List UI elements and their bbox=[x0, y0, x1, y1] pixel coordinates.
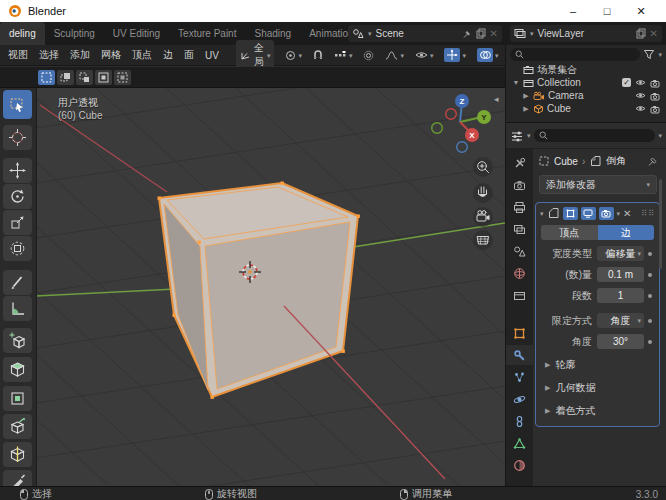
tab-world[interactable] bbox=[506, 263, 533, 283]
toggle-editmode-display[interactable] bbox=[563, 207, 578, 220]
menu-vertex[interactable]: 顶点 bbox=[132, 48, 152, 62]
tab-object[interactable] bbox=[506, 323, 533, 343]
proportional-editing-toggle[interactable] bbox=[363, 50, 374, 61]
animate-dot[interactable] bbox=[644, 340, 656, 344]
hide-eye-icon[interactable] bbox=[635, 78, 646, 87]
select-mode-intersect-button[interactable] bbox=[114, 70, 131, 85]
tab-physics[interactable] bbox=[506, 389, 533, 409]
workspace-tab-uv-editing[interactable]: UV Editing bbox=[104, 22, 169, 45]
remove-modifier-icon[interactable]: ✕ bbox=[623, 208, 631, 219]
overlays-toggle[interactable]: ▾ bbox=[477, 48, 499, 62]
properties-scrollbar[interactable] bbox=[659, 179, 662, 269]
sidebar-collapse-arrow-icon[interactable]: ◂ bbox=[494, 94, 499, 104]
angle-field[interactable]: 30° bbox=[597, 334, 644, 349]
properties-search-input[interactable] bbox=[534, 129, 656, 142]
width-type-dropdown[interactable]: 偏移量 ▾ bbox=[597, 246, 644, 261]
workspace-tab-modeling[interactable]: deling bbox=[0, 22, 45, 45]
animate-dot[interactable] bbox=[644, 294, 656, 298]
menu-face[interactable]: 面 bbox=[184, 48, 194, 62]
tool-cursor[interactable] bbox=[3, 125, 32, 150]
amount-field[interactable]: 0.1 m bbox=[597, 267, 644, 282]
pin-id-icon[interactable] bbox=[647, 156, 658, 167]
pivot-point-dropdown[interactable]: ▾ bbox=[285, 50, 302, 61]
snap-target-dropdown[interactable]: ▾ bbox=[334, 50, 353, 61]
filter-icon[interactable] bbox=[643, 49, 655, 60]
perspective-ortho-button[interactable] bbox=[473, 230, 493, 250]
tool-loop-cut[interactable] bbox=[3, 442, 32, 467]
outliner-search-input[interactable] bbox=[510, 48, 640, 61]
remove-view-layer-icon[interactable]: ✕ bbox=[650, 28, 658, 39]
animate-dot[interactable] bbox=[644, 319, 656, 323]
axis-neg-y-ball[interactable] bbox=[432, 123, 443, 134]
section-geometry[interactable]: ▶ 几何数据 bbox=[545, 381, 659, 395]
tool-inset-faces[interactable] bbox=[3, 386, 32, 411]
pin-icon[interactable] bbox=[462, 29, 472, 39]
tab-render[interactable] bbox=[506, 175, 533, 195]
tool-rotate[interactable] bbox=[3, 184, 32, 209]
view-layer-selector[interactable]: ▾ ViewLayer ✕ bbox=[510, 25, 662, 42]
maximize-button-icon[interactable]: □ bbox=[590, 0, 624, 22]
menu-select[interactable]: 选择 bbox=[39, 48, 59, 62]
animate-dot[interactable] bbox=[644, 273, 656, 277]
hide-eye-icon[interactable] bbox=[635, 104, 646, 113]
breadcrumb-object[interactable]: Cube bbox=[554, 156, 578, 167]
select-mode-extend-button[interactable] bbox=[57, 70, 74, 85]
editor-type-button[interactable] bbox=[510, 130, 524, 142]
outliner-row-scene-collection[interactable]: 场景集合 bbox=[506, 63, 666, 76]
transform-orientation-dropdown[interactable]: 全局 ▾ bbox=[236, 40, 275, 70]
affect-vertices-button[interactable]: 顶点 bbox=[541, 225, 598, 240]
toggle-realtime-display[interactable] bbox=[581, 207, 596, 220]
tab-tool[interactable] bbox=[506, 153, 533, 173]
gizmos-toggle[interactable]: ▾ bbox=[444, 48, 466, 62]
filter-options-icon[interactable]: ▾ bbox=[658, 132, 662, 139]
toggle-render-display[interactable] bbox=[599, 207, 614, 220]
tool-measure[interactable] bbox=[3, 296, 32, 321]
zoom-button[interactable] bbox=[473, 157, 493, 177]
collection-checkbox[interactable]: ✓ bbox=[622, 78, 631, 87]
outliner-row-collection[interactable]: ▼ Collection ✓ bbox=[506, 76, 666, 89]
collapse-triangle-icon[interactable]: ▶ bbox=[522, 105, 530, 113]
tool-extrude-region[interactable] bbox=[3, 357, 32, 382]
tab-material[interactable] bbox=[506, 455, 533, 475]
tab-modifiers[interactable] bbox=[506, 345, 533, 365]
scene-selector[interactable]: ▾ Scene ✕ bbox=[348, 25, 502, 42]
menu-add[interactable]: 添加 bbox=[70, 48, 90, 62]
outliner-row-cube[interactable]: ▶ Cube bbox=[506, 102, 666, 115]
snap-toggle[interactable] bbox=[313, 50, 323, 61]
tab-constraints[interactable] bbox=[506, 411, 533, 431]
select-mode-new-button[interactable] bbox=[38, 70, 55, 85]
tool-transform[interactable] bbox=[3, 236, 32, 261]
show-gizmo-dropdown[interactable]: ▾ bbox=[415, 50, 434, 60]
affect-edges-button[interactable]: 边 bbox=[598, 225, 655, 240]
add-modifier-button[interactable]: 添加修改器 ▾ bbox=[539, 175, 657, 194]
close-button-icon[interactable]: ✕ bbox=[624, 0, 658, 22]
workspace-tab-texture-paint[interactable]: Texture Paint bbox=[169, 22, 245, 45]
menu-uv[interactable]: UV bbox=[205, 50, 219, 61]
new-scene-icon[interactable] bbox=[476, 28, 486, 39]
tab-output[interactable] bbox=[506, 197, 533, 217]
select-mode-invert-button[interactable] bbox=[95, 70, 112, 85]
menu-mesh[interactable]: 网格 bbox=[101, 48, 121, 62]
viewport-canvas[interactable]: Z Y X bbox=[36, 88, 505, 486]
axis-neg-x-ball[interactable] bbox=[446, 109, 457, 120]
select-mode-subtract-button[interactable] bbox=[76, 70, 93, 85]
breadcrumb-modifier[interactable]: 倒角 bbox=[606, 154, 626, 168]
modifier-extras-icon[interactable]: ▾ bbox=[617, 210, 621, 217]
tab-scene[interactable] bbox=[506, 241, 533, 261]
tab-particles[interactable] bbox=[506, 367, 533, 387]
viewport-3d[interactable]: Z Y X 用户透视 (60) Cube ◂ bbox=[0, 88, 505, 486]
axis-neg-z-ball[interactable] bbox=[457, 142, 468, 153]
tab-collection[interactable] bbox=[506, 285, 533, 305]
tab-view-layer[interactable] bbox=[506, 219, 533, 239]
segments-field[interactable]: 1 bbox=[597, 288, 644, 303]
falloff-dropdown[interactable]: ▾ bbox=[385, 50, 404, 61]
disable-render-camera-icon[interactable] bbox=[650, 78, 661, 88]
camera-view-button[interactable] bbox=[473, 207, 493, 227]
outliner-row-camera[interactable]: ▶ Camera bbox=[506, 89, 666, 102]
hide-eye-icon[interactable] bbox=[635, 91, 646, 100]
menu-edge[interactable]: 边 bbox=[163, 48, 173, 62]
tool-move[interactable] bbox=[3, 158, 32, 183]
disable-render-camera-icon[interactable] bbox=[650, 91, 661, 101]
tool-knife[interactable] bbox=[3, 470, 32, 486]
expand-triangle-icon[interactable]: ▼ bbox=[512, 79, 520, 86]
